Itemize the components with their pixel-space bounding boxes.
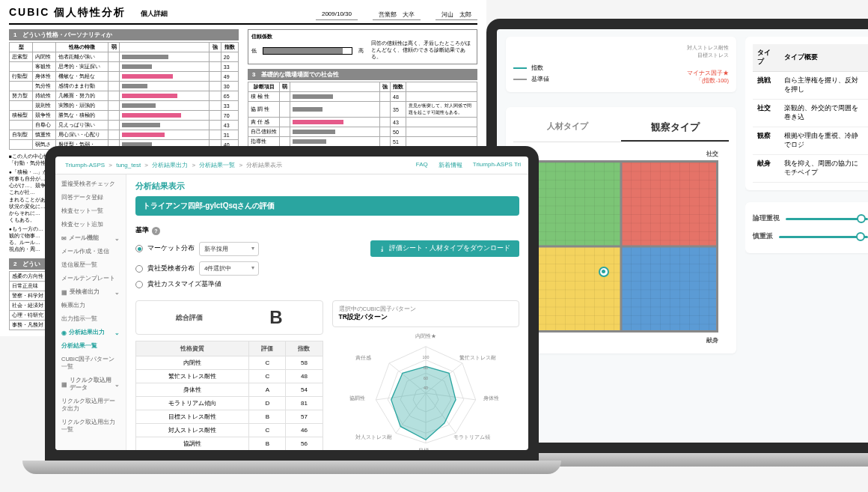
report-date: 2009/10/30 bbox=[316, 10, 358, 20]
section3-title: 3 基礎的な職場場面での社会性 bbox=[248, 69, 477, 80]
criteria-radio[interactable] bbox=[135, 245, 143, 252]
sidebar-icon: ✉ bbox=[61, 235, 67, 242]
sidebar-icon: ▦ bbox=[61, 381, 67, 388]
laptop-left: Triumph-ASPS > tung_test > 分析結果出力 > 分析結果… bbox=[45, 146, 539, 476]
sidebar-icon: ◉ bbox=[61, 329, 67, 336]
slider-cautious[interactable] bbox=[779, 236, 868, 238]
criteria-radio[interactable] bbox=[135, 265, 143, 273]
breadcrumb-link[interactable]: Triumph-ASPS bbox=[65, 162, 105, 168]
quadrant-observe bbox=[526, 246, 621, 330]
pattern-box: 選択中のCUBIC因子パターン TR設定パターン bbox=[332, 300, 520, 327]
legend-line-base bbox=[513, 79, 527, 80]
breadcrumb-link[interactable]: 分析結果出力 bbox=[152, 162, 188, 168]
sidebar-item[interactable]: メールテンプレート bbox=[55, 272, 126, 285]
section1-title: 1 どういう性格・パーソナリティか bbox=[9, 29, 239, 40]
sidebar-item[interactable]: 検査セット一覧 bbox=[55, 204, 126, 218]
criteria-radio[interactable] bbox=[135, 281, 143, 288]
criteria-select[interactable]: 新卒採用 bbox=[199, 242, 259, 256]
report-title: CUBIC 個人特性分析 bbox=[9, 6, 126, 19]
report-dept: 営業部 大卒 bbox=[373, 10, 421, 20]
chevron-down-icon: ⌄ bbox=[114, 235, 120, 242]
quadrant-chart bbox=[524, 160, 718, 332]
sidebar-item[interactable]: 分析結果一覧 bbox=[55, 339, 126, 353]
svg-text:80: 80 bbox=[424, 365, 428, 370]
quadrant-challenge bbox=[526, 163, 621, 246]
slider-card: 論理重視 慎重派 bbox=[745, 202, 868, 253]
sidebar-item[interactable]: メール作成・送信 bbox=[55, 245, 126, 258]
table-row: 社交楽観的、外交的で周囲を巻き込 bbox=[753, 100, 868, 127]
type-table: タイプタイプ概要 挑戦自ら主導権を握り、反対を押し社交楽観的、外交的で周囲を巻き… bbox=[753, 44, 868, 183]
table-row: 観察根拠や理由を重視、冷静でロジ bbox=[753, 127, 868, 155]
chevron-down-icon: ⌄ bbox=[114, 289, 120, 296]
type-desc-card: タイプタイプ概要 挑戦自ら主導権を握り、反対を押し社交楽観的、外交的で周囲を巻き… bbox=[745, 37, 868, 190]
report-person: 河山 太郎 bbox=[435, 10, 477, 20]
reliability-box: 信頼係数 低 高 回答の信頼性は高く、矛盾したところがほとんどなく、信頼のできる… bbox=[248, 29, 477, 64]
download-button[interactable]: ⭳評価シート・人材タイプをダウンロード bbox=[370, 240, 519, 257]
sidebar-item[interactable]: リクルク取込用出力一覧 bbox=[55, 416, 126, 437]
legend-card: 対人ストレス耐性 目標ストレス 指数 基準値 マイナス因子★ 「(指数-100) bbox=[506, 37, 736, 92]
tab[interactable]: 観察タイプ bbox=[621, 115, 729, 142]
sidebar-item[interactable]: 検査セット追加 bbox=[55, 218, 126, 231]
slider-logic[interactable] bbox=[786, 218, 868, 220]
overall-score-box: 総合評価 B bbox=[135, 300, 323, 335]
sidebar-item[interactable]: 重複受検者チェック bbox=[55, 177, 126, 191]
svg-text:40: 40 bbox=[424, 386, 428, 390]
evaluation-header: トライアンフ四郎-gyIctQsqさんの評価 bbox=[135, 196, 519, 216]
overall-grade: B bbox=[269, 307, 282, 328]
topbar: Triumph-ASPS > tung_test > 分析結果出力 > 分析結果… bbox=[55, 157, 528, 174]
sidebar: 重複受検者チェック回答データ登録検査セット一覧検査セット追加✉メール機能⌄メール… bbox=[55, 174, 126, 450]
sidebar-item[interactable]: ◉分析結果出力⌄ bbox=[55, 326, 126, 339]
sidebar-item[interactable]: 回答データ登録 bbox=[55, 191, 126, 204]
page-title: 分析結果表示 bbox=[135, 180, 519, 192]
quadrant-social bbox=[621, 163, 716, 246]
breadcrumb-link[interactable]: 分析結果表示 bbox=[246, 162, 282, 168]
sidebar-item[interactable]: 送信履歴一覧 bbox=[55, 258, 126, 272]
topbar-link[interactable]: 新着情報 bbox=[438, 161, 462, 169]
personality-table: 型性格の特徴弱強指数 思索型内閉性他者距離が強い20客観性思考的・実証探い33行… bbox=[9, 42, 239, 150]
svg-text:60: 60 bbox=[424, 376, 428, 380]
svg-text:100: 100 bbox=[422, 355, 429, 359]
sidebar-icon: ▦ bbox=[61, 289, 67, 296]
table-row: 献身我を抑え、周囲の協力にモチベイプ bbox=[753, 155, 868, 183]
help-icon[interactable]: ? bbox=[152, 227, 160, 235]
reliability-bar bbox=[263, 47, 352, 55]
sidebar-item[interactable]: リクルク取込用データ出力 bbox=[55, 395, 126, 416]
breadcrumb: Triumph-ASPS > tung_test > 分析結果出力 > 分析結果… bbox=[63, 161, 284, 169]
topbar-link[interactable]: Triumph-ASPS Tri bbox=[473, 161, 521, 169]
chevron-down-icon: ⌄ bbox=[114, 329, 120, 336]
sidebar-item[interactable]: ✉メール機能⌄ bbox=[55, 231, 126, 245]
radar-chart: 100 80 60 40 内閉性★ 繁忙ストレス耐 身体性 モラトリアム傾 目標… bbox=[358, 333, 493, 450]
breadcrumb-link[interactable]: tung_test bbox=[116, 162, 141, 168]
type-tabs: 人材タイプ観察タイプ bbox=[513, 115, 729, 142]
breadcrumb-link[interactable]: 分析結果一覧 bbox=[199, 162, 235, 168]
table-row: 挑戦自ら主導権を握り、反対を押し bbox=[753, 72, 868, 100]
sidebar-item[interactable]: ▦受検者出力⌄ bbox=[55, 285, 126, 299]
quadrant-marker bbox=[599, 267, 609, 277]
criteria-select[interactable]: 4件選択中 bbox=[199, 261, 259, 276]
quadrant-card: 人材タイプ観察タイプ 挑戦 社交 観察 献身 bbox=[506, 107, 736, 353]
chevron-down-icon: ⌄ bbox=[114, 381, 120, 388]
report-subtitle: 個人詳細 bbox=[141, 9, 168, 19]
laptop-right: 対人ストレス耐性 目標ストレス 指数 基準値 マイナス因子★ 「(指数-100) bbox=[486, 19, 868, 468]
legend-line-index bbox=[513, 67, 527, 69]
quadrant-devote bbox=[621, 246, 716, 330]
sidebar-item[interactable]: CUBIC因子パターン一覧 bbox=[55, 353, 126, 374]
trait-table: 性格資質評価指数 内閉性C58繁忙ストレス耐性C48身体性A54モラトリアム傾向… bbox=[135, 341, 323, 450]
sidebar-item[interactable]: 帳票出力 bbox=[55, 299, 126, 312]
download-icon: ⭳ bbox=[379, 245, 386, 252]
tab[interactable]: 人材タイプ bbox=[513, 115, 621, 142]
sidebar-item[interactable]: ▦リクルク取込用データ⌄ bbox=[55, 374, 126, 395]
topbar-link[interactable]: FAQ bbox=[416, 161, 428, 169]
sidebar-item[interactable]: 出力指示一覧 bbox=[55, 312, 126, 326]
